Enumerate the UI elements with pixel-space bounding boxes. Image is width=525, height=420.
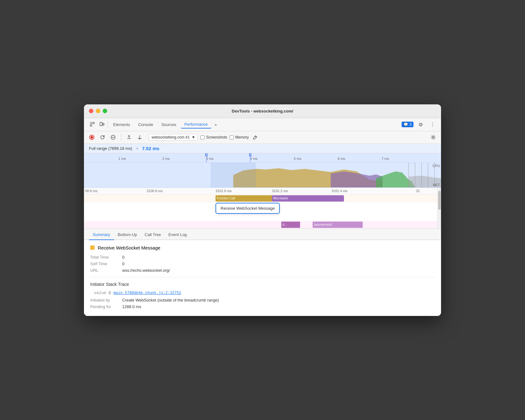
scrollbar-thumb[interactable] xyxy=(438,191,441,210)
flame-time-2: 3101.0 ms xyxy=(216,189,231,193)
separator xyxy=(108,121,108,128)
cpu-chart: CPU NET xyxy=(84,163,441,188)
traffic-lights xyxy=(89,109,107,113)
tick-3ms: 3 ms xyxy=(206,157,214,160)
capture-settings-button[interactable] xyxy=(429,133,437,141)
cpu-label: CPU xyxy=(433,164,440,168)
net-label: NET xyxy=(433,183,440,187)
timeline-ruler: 1 ms 2 ms 3 ms 4 ms 5 ms 6 ms 7 ms ⏸ ⏸ xyxy=(84,153,441,163)
download-button[interactable] xyxy=(136,133,144,141)
svg-point-6 xyxy=(91,136,93,139)
tab-summary[interactable]: Summary xyxy=(89,230,114,240)
url-label: websocketking.com #1 xyxy=(152,135,190,139)
svg-rect-4 xyxy=(103,123,104,125)
initiated-by-row: Initiated by Create WebSocket (outside o… xyxy=(90,298,435,302)
nav-performance[interactable]: Performance xyxy=(181,121,211,129)
tab-bottom-up[interactable]: Bottom-Up xyxy=(114,230,141,240)
screenshots-checkbox-label[interactable]: Screenshots xyxy=(200,135,227,139)
flame-time-3: 3101.2 ms xyxy=(272,189,288,193)
url-dropdown-icon: ▼ xyxy=(191,135,195,139)
perf-sep1 xyxy=(121,134,121,141)
d-label: d... xyxy=(283,223,287,226)
inspector-button[interactable] xyxy=(88,120,97,129)
microtasks-bar[interactable]: Microtasks xyxy=(272,195,344,202)
svg-point-9 xyxy=(433,137,434,138)
tab-call-tree[interactable]: Call Tree xyxy=(141,230,165,240)
initiated-by-value: Create WebSocket (outside of the breadcr… xyxy=(122,298,219,302)
upload-button[interactable] xyxy=(125,133,133,141)
nav-console[interactable]: Console xyxy=(134,121,157,128)
flame-chart-area: 00.6 ms 3100.8 ms 3101.0 ms 3101.2 ms 31… xyxy=(84,188,441,229)
record-button[interactable] xyxy=(88,133,96,141)
pending-for-row: Pending for 1288.0 ms xyxy=(90,304,435,309)
url-row-label: URL xyxy=(90,268,118,273)
screenshots-label: Screenshots xyxy=(206,135,227,139)
flame-time-0: 00.6 ms xyxy=(85,189,97,193)
summary-panel: Receive WebSocket Message Total Time 0 S… xyxy=(84,240,441,316)
clear-button[interactable] xyxy=(109,133,117,141)
anonymous-bar[interactable]: (anonymous) xyxy=(313,222,363,228)
summary-divider xyxy=(90,277,435,277)
range-bar: Full range (7899.18 ms) > 7.52 ms xyxy=(84,144,441,153)
badge-count: 3 xyxy=(409,122,412,127)
memory-checkbox-label[interactable]: Memory xyxy=(230,135,249,139)
url-selector[interactable]: websocketking.com #1 ▼ xyxy=(149,134,198,141)
timeline-scrollbar[interactable] xyxy=(437,188,441,228)
flame-row-2: d... (anonymous) xyxy=(84,221,441,228)
microtasks-label: Microtasks xyxy=(273,197,288,200)
nav-elements[interactable]: Elements xyxy=(109,121,134,128)
marker-right: ⏸ xyxy=(250,153,251,162)
tick-2ms: 2 ms xyxy=(162,157,170,160)
tick-5ms: 5 ms xyxy=(294,157,301,160)
device-button[interactable] xyxy=(97,120,107,129)
svg-rect-0 xyxy=(90,122,92,124)
total-time-row: Total Time 0 xyxy=(90,255,435,260)
range-selected: 7.52 ms xyxy=(142,146,159,151)
flame-time-4: 3101.4 ms xyxy=(331,189,347,193)
svg-rect-1 xyxy=(90,125,92,126)
pending-for-label: Pending for xyxy=(90,304,118,309)
memory-label: Memory xyxy=(235,135,249,139)
perf-toolbar: websocketking.com #1 ▼ Screenshots Memor… xyxy=(84,131,441,144)
flame-time-1: 3100.8 ms xyxy=(147,189,163,193)
total-time-value: 0 xyxy=(122,255,124,260)
url-row: URL wss://echo.websocket.org/ xyxy=(90,268,435,273)
function-call-label: Function Call xyxy=(217,197,235,200)
tick-1ms: 1 ms xyxy=(118,157,126,160)
bottom-tabs: Summary Bottom-Up Call Tree Event Log xyxy=(84,229,441,240)
titlebar: DevTools - websocketking.com/ xyxy=(84,104,441,118)
close-button[interactable] xyxy=(89,109,93,113)
code-prefix: value @ xyxy=(94,291,113,295)
menu-button[interactable]: ⋮ xyxy=(428,120,437,129)
settings-button[interactable]: ⚙ xyxy=(416,120,425,129)
comment-icon: 💬 xyxy=(403,122,408,127)
marker-left: ⏸ xyxy=(206,153,207,162)
nav-sources[interactable]: Sources xyxy=(158,121,180,128)
tooltip-popup: Receive WebSocket Message xyxy=(216,203,280,214)
more-tabs-button[interactable]: » xyxy=(212,121,219,128)
comments-badge[interactable]: 💬 3 xyxy=(402,122,413,127)
range-arrow: > xyxy=(136,146,138,151)
svg-rect-2 xyxy=(93,122,94,124)
tab-event-log[interactable]: Event Log xyxy=(165,230,191,240)
main-toolbar: Elements Console Sources Performance » 💬… xyxy=(84,118,441,131)
memory-checkbox[interactable] xyxy=(230,135,234,139)
svg-rect-20 xyxy=(211,163,256,187)
brush-button[interactable] xyxy=(251,133,259,141)
reload-record-button[interactable] xyxy=(98,133,107,141)
tick-7ms: 7 ms xyxy=(382,157,389,160)
timeline-area: 1 ms 2 ms 3 ms 4 ms 5 ms 6 ms 7 ms ⏸ ⏸ C… xyxy=(84,153,441,229)
tick-4ms: 4 ms xyxy=(250,157,257,160)
minimize-button[interactable] xyxy=(96,109,100,113)
self-time-row: Self Time 0 xyxy=(90,261,435,266)
d-bar[interactable]: d... xyxy=(281,222,300,228)
summary-color-dot xyxy=(90,245,95,250)
nav-bar: Elements Console Sources Performance » xyxy=(109,121,402,129)
anonymous-label: (anonymous) xyxy=(314,223,332,226)
maximize-button[interactable] xyxy=(103,109,107,113)
summary-title-row: Receive WebSocket Message xyxy=(90,245,435,250)
url-value: wss://echo.websocket.org/ xyxy=(122,268,170,273)
stack-trace-line: value @ main.5780db4e.chunk.js:2:32752 xyxy=(94,291,435,295)
screenshots-checkbox[interactable] xyxy=(200,135,205,139)
code-link[interactable]: main.5780db4e.chunk.js:2:32752 xyxy=(113,291,181,295)
